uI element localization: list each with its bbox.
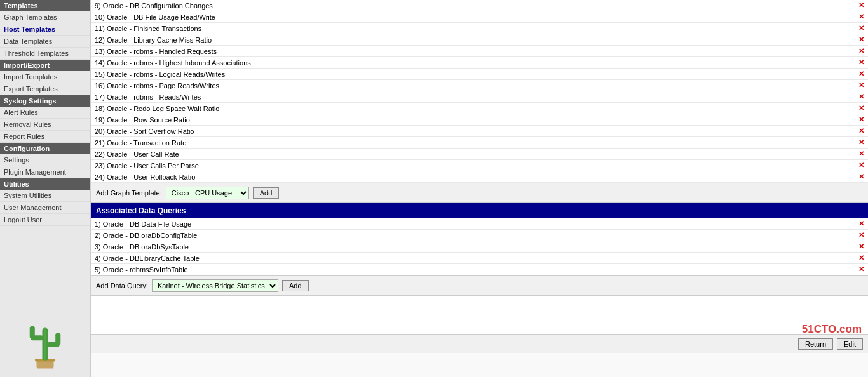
empty-area [91, 296, 868, 334]
add-graph-template-select[interactable]: Cisco - CPU UsageOracle - CPU UsageLinux… [166, 187, 249, 199]
sidebar-item-removal-rules[interactable]: Removal Rules [0, 119, 90, 131]
sidebar-item-graph-templates[interactable]: Graph Templates [0, 11, 90, 23]
delete-graph-template-button[interactable]: ✕ [855, 160, 868, 171]
sidebar-header-import/export: Import/Export [0, 60, 90, 71]
sidebar-item-user-management[interactable]: User Management [0, 202, 90, 214]
delete-data-query-button[interactable]: ✕ [855, 253, 868, 264]
delete-graph-template-button[interactable]: ✕ [855, 91, 868, 103]
edit-button[interactable]: Edit [837, 338, 863, 350]
delete-graph-template-button[interactable]: ✕ [855, 0, 868, 11]
data-query-item-label: 2) Oracle - DB oraDbConfigTable [91, 230, 855, 241]
graph-template-item-label: 19) Oracle - Row Source Ratio [91, 114, 855, 126]
delete-graph-template-button[interactable]: ✕ [855, 114, 868, 126]
data-query-row: 3) Oracle - DB oraDbSysTable ✕ [91, 241, 868, 253]
delete-data-query-button[interactable]: ✕ [855, 264, 868, 275]
graph-template-row: 21) Oracle - Transaction Rate ✕ [91, 137, 868, 149]
svg-rect-7 [44, 328, 46, 361]
delete-graph-template-button[interactable]: ✕ [855, 171, 868, 183]
sidebar-header-utilities: Utilities [0, 178, 90, 190]
add-data-query-row: Add Data Query: Karlnet - Wireless Bridg… [91, 275, 868, 296]
sidebar: TemplatesGraph TemplatesHost TemplatesDa… [0, 0, 91, 377]
graph-template-item-label: 17) Oracle - rdbms - Reads/Writes [91, 91, 855, 103]
delete-data-query-button[interactable]: ✕ [855, 241, 868, 253]
graph-template-row: 20) Oracle - Sort Overflow Ratio ✕ [91, 126, 868, 137]
graph-template-row: 15) Oracle - rdbms - Logical Reads/Write… [91, 69, 868, 80]
bottom-bar: Return Edit [91, 334, 868, 353]
add-data-query-label: Add Data Query: [96, 282, 148, 289]
add-data-query-button[interactable]: Add [282, 280, 309, 291]
data-query-item-label: 4) Oracle - DBLibraryCache Table [91, 253, 855, 264]
graph-templates-table: 9) Oracle - DB Configuration Changes ✕10… [91, 0, 868, 183]
graph-template-row: 23) Oracle - User Calls Per Parse ✕ [91, 160, 868, 171]
sidebar-item-export-templates[interactable]: Export Templates [0, 83, 90, 95]
data-query-row: 4) Oracle - DBLibraryCache Table ✕ [91, 253, 868, 264]
graph-template-item-label: 12) Oracle - Library Cache Miss Ratio [91, 34, 855, 46]
add-data-query-select[interactable]: Karlnet - Wireless Bridge StatisticsOrac… [152, 279, 278, 292]
data-query-item-label: 3) Oracle - DB oraDbSysTable [91, 241, 855, 253]
graph-template-row: 11) Oracle - Finished Transactions ✕ [91, 23, 868, 34]
graph-template-row: 12) Oracle - Library Cache Miss Ratio ✕ [91, 34, 868, 46]
sidebar-item-threshold-templates[interactable]: Threshold Templates [0, 48, 90, 60]
add-graph-template-row: Add Graph Template: Cisco - CPU UsageOra… [91, 183, 868, 203]
delete-graph-template-button[interactable]: ✕ [855, 149, 868, 160]
graph-template-item-label: 15) Oracle - rdbms - Logical Reads/Write… [91, 69, 855, 80]
graph-template-row: 17) Oracle - rdbms - Reads/Writes ✕ [91, 91, 868, 103]
main-content: 9) Oracle - DB Configuration Changes ✕10… [91, 0, 868, 377]
graph-template-item-label: 22) Oracle - User Call Rate [91, 149, 855, 160]
delete-graph-template-button[interactable]: ✕ [855, 11, 868, 23]
sidebar-item-alert-rules[interactable]: Alert Rules [0, 107, 90, 119]
graph-template-row: 10) Oracle - DB File Usage Read/Write ✕ [91, 11, 868, 23]
delete-graph-template-button[interactable]: ✕ [855, 57, 868, 69]
graph-template-item-label: 11) Oracle - Finished Transactions [91, 23, 855, 34]
graph-template-item-label: 10) Oracle - DB File Usage Read/Write [91, 11, 855, 23]
data-query-item-label: 1) Oracle - DB Data File Usage [91, 218, 855, 230]
delete-graph-template-button[interactable]: ✕ [855, 126, 868, 137]
svg-rect-6 [55, 333, 60, 346]
add-graph-template-button[interactable]: Add [253, 187, 280, 199]
graph-template-item-label: 20) Oracle - Sort Overflow Ratio [91, 126, 855, 137]
sidebar-item-import-templates[interactable]: Import Templates [0, 71, 90, 83]
delete-graph-template-button[interactable]: ✕ [855, 46, 868, 57]
sidebar-item-settings[interactable]: Settings [0, 154, 90, 166]
graph-template-row: 13) Oracle - rdbms - Handled Requests ✕ [91, 46, 868, 57]
delete-graph-template-button[interactable]: ✕ [855, 23, 868, 34]
sidebar-item-report-rules[interactable]: Report Rules [0, 131, 90, 143]
return-button[interactable]: Return [798, 338, 833, 350]
sidebar-item-system-utilities[interactable]: System Utilities [0, 190, 90, 202]
sidebar-item-plugin-management[interactable]: Plugin Management [0, 166, 90, 178]
graph-template-item-label: 23) Oracle - User Calls Per Parse [91, 160, 855, 171]
delete-graph-template-button[interactable]: ✕ [855, 137, 868, 149]
data-query-row: 1) Oracle - DB Data File Usage ✕ [91, 218, 868, 230]
delete-data-query-button[interactable]: ✕ [855, 230, 868, 241]
graph-template-item-label: 9) Oracle - DB Configuration Changes [91, 0, 855, 11]
sidebar-header-configuration: Configuration [0, 143, 90, 154]
sidebar-item-data-templates[interactable]: Data Templates [0, 36, 90, 48]
graph-template-item-label: 13) Oracle - rdbms - Handled Requests [91, 46, 855, 57]
graph-template-row: 24) Oracle - User Rollback Ratio ✕ [91, 171, 868, 183]
data-query-item-label: 5) Oracle - rdbmsSrvInfoTable [91, 264, 855, 275]
graph-template-item-label: 21) Oracle - Transaction Rate [91, 137, 855, 149]
delete-graph-template-button[interactable]: ✕ [855, 34, 868, 46]
data-query-row: 5) Oracle - rdbmsSrvInfoTable ✕ [91, 264, 868, 275]
sidebar-logo [0, 307, 90, 377]
delete-data-query-button[interactable]: ✕ [855, 218, 868, 230]
sidebar-item-host-templates[interactable]: Host Templates [0, 23, 90, 36]
graph-template-row: 16) Oracle - rdbms - Page Reads/Writes ✕ [91, 80, 868, 91]
delete-graph-template-button[interactable]: ✕ [855, 103, 868, 114]
graph-template-item-label: 18) Oracle - Redo Log Space Wait Ratio [91, 103, 855, 114]
delete-graph-template-button[interactable]: ✕ [855, 69, 868, 80]
svg-rect-4 [30, 326, 35, 339]
graph-template-row: 9) Oracle - DB Configuration Changes ✕ [91, 0, 868, 11]
data-query-row: 2) Oracle - DB oraDbConfigTable ✕ [91, 230, 868, 241]
sidebar-header-templates: Templates [0, 0, 90, 11]
graph-template-row: 19) Oracle - Row Source Ratio ✕ [91, 114, 868, 126]
sidebar-item-logout-user[interactable]: Logout User [0, 214, 90, 226]
graph-template-row: 22) Oracle - User Call Rate ✕ [91, 149, 868, 160]
svg-rect-0 [37, 360, 54, 369]
graph-template-item-label: 14) Oracle - rdbms - Highest Inbound Ass… [91, 57, 855, 69]
data-queries-table: 1) Oracle - DB Data File Usage ✕2) Oracl… [91, 218, 868, 275]
delete-graph-template-button[interactable]: ✕ [855, 80, 868, 91]
add-graph-template-label: Add Graph Template: [96, 189, 162, 197]
graph-template-item-label: 24) Oracle - User Rollback Ratio [91, 171, 855, 183]
graph-template-row: 14) Oracle - rdbms - Highest Inbound Ass… [91, 57, 868, 69]
